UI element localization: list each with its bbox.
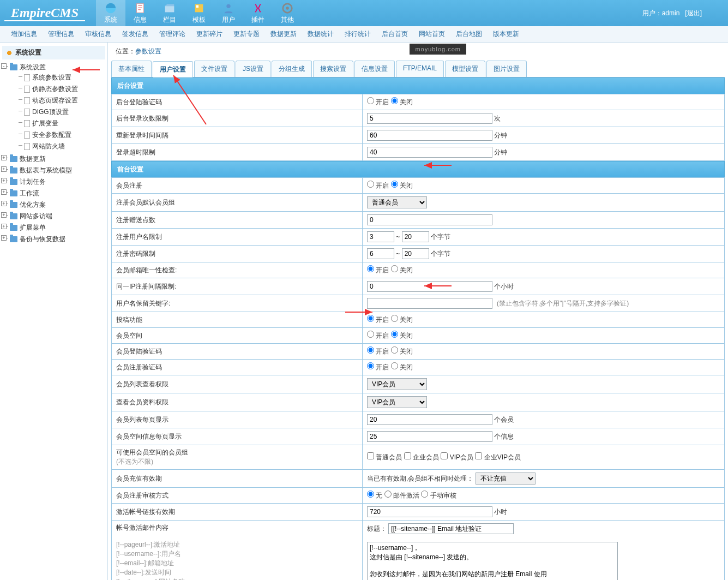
file-icon — [24, 74, 30, 81]
email-body-textarea[interactable] — [367, 542, 618, 580]
tree-folder[interactable]: 计划任务 — [20, 178, 46, 186]
tree-file[interactable]: 扩展变量 — [32, 119, 58, 127]
crumb-link[interactable]: 参数设置 — [135, 47, 161, 55]
audit-none[interactable] — [367, 491, 374, 498]
topmenu-column[interactable]: 栏目 — [155, 0, 184, 26]
tree-folder[interactable]: 系统设置 — [20, 63, 46, 71]
svg-rect-4 — [196, 5, 199, 8]
submenu-item[interactable]: 签发信息 — [117, 29, 154, 39]
login-captcha-on[interactable] — [367, 346, 374, 354]
tree-folder[interactable]: 数据表与系统模型 — [20, 166, 72, 174]
reg-captcha-off[interactable] — [391, 362, 398, 369]
list-perpage-input[interactable] — [367, 414, 492, 425]
tree-toggle[interactable]: + — [1, 201, 7, 206]
un-min-input[interactable] — [367, 231, 394, 242]
space-perpage-input[interactable] — [367, 431, 492, 442]
tree-file[interactable]: 伪静态参数设置 — [32, 85, 78, 93]
audit-email[interactable] — [384, 491, 392, 498]
tree-toggle[interactable]: + — [1, 155, 7, 160]
profile-perm-select[interactable]: VIP会员 — [367, 396, 427, 408]
tree-file[interactable]: 动态页缓存设置 — [32, 97, 78, 104]
tree-folder[interactable]: 工作流 — [20, 189, 39, 197]
tree-folder[interactable]: 优化方案 — [20, 201, 46, 208]
group-cb[interactable] — [441, 452, 448, 459]
submenu-item[interactable]: 管理评论 — [154, 29, 191, 39]
tree-toggle[interactable]: + — [1, 189, 7, 195]
submenu-item[interactable]: 增加信息 — [5, 29, 43, 39]
tree-folder[interactable]: 扩展菜单 — [20, 224, 46, 231]
submenu-item[interactable]: 管理信息 — [43, 29, 80, 39]
submenu-item[interactable]: 审核信息 — [80, 29, 117, 39]
group-cb[interactable] — [367, 452, 374, 459]
submenu-item[interactable]: 数据统计 — [302, 29, 339, 39]
pw-max-input[interactable] — [402, 248, 429, 259]
tab-basic[interactable]: 基本属性 — [111, 61, 152, 77]
tree-file-sys-params[interactable]: 系统参数设置 — [32, 74, 71, 81]
reg-off[interactable] — [391, 181, 398, 188]
space-off[interactable] — [391, 331, 398, 338]
submenu-item[interactable]: 后台地图 — [450, 29, 488, 39]
group-cb[interactable] — [404, 452, 411, 459]
submenu-item[interactable]: 后台首页 — [376, 29, 413, 39]
topmenu-info[interactable]: 信息 — [125, 0, 155, 26]
tab-js[interactable]: JS设置 — [236, 61, 270, 77]
submenu-item[interactable]: 更新专题 — [228, 29, 265, 39]
contribute-off[interactable] — [391, 315, 398, 322]
relogin-input[interactable] — [367, 130, 492, 141]
tree-folder[interactable]: 备份与恢复数据 — [20, 235, 65, 243]
tree-toggle[interactable]: + — [1, 212, 7, 218]
email-title-input[interactable] — [388, 523, 514, 534]
reg-on[interactable] — [367, 181, 374, 188]
tab-ftp[interactable]: FTP/EMAIL — [396, 61, 444, 77]
tab-image[interactable]: 图片设置 — [486, 61, 527, 77]
tab-file[interactable]: 文件设置 — [194, 61, 234, 77]
tree-folder[interactable]: 网站多访端 — [20, 212, 52, 220]
ip-limit-input[interactable] — [367, 281, 492, 292]
topmenu-user[interactable]: 用户 — [214, 0, 243, 26]
submenu-item[interactable]: 网站首页 — [413, 29, 450, 39]
reg-captcha-on[interactable] — [367, 362, 374, 369]
default-group-select[interactable]: 普通会员 — [367, 196, 427, 208]
tab-user[interactable]: 用户设置 — [153, 61, 193, 77]
submenu-item[interactable]: 更新碎片 — [191, 29, 228, 39]
backend-captcha-off[interactable] — [391, 97, 398, 104]
tree-file[interactable]: 网站防火墙 — [32, 142, 65, 150]
contribute-on[interactable] — [367, 315, 374, 322]
tab-info[interactable]: 信息设置 — [354, 61, 395, 77]
tab-model[interactable]: 模型设置 — [445, 61, 485, 77]
email-unique-off[interactable] — [391, 265, 398, 272]
submenu-item[interactable]: 版本更新 — [488, 29, 525, 39]
tree-toggle[interactable]: - — [1, 63, 7, 69]
topmenu-template[interactable]: 模板 — [184, 0, 214, 26]
tree-toggle[interactable]: + — [1, 235, 7, 241]
login-captcha-off[interactable] — [391, 346, 398, 354]
submenu-item[interactable]: 排行统计 — [339, 29, 376, 39]
timeout-input[interactable] — [367, 147, 492, 158]
tab-group[interactable]: 分组生成 — [272, 61, 312, 77]
backend-captcha-on[interactable] — [367, 97, 374, 104]
tree-file[interactable]: DIGG顶设置 — [32, 108, 69, 116]
group-cb[interactable] — [475, 452, 482, 459]
list-perm-select[interactable]: VIP会员 — [367, 378, 427, 390]
tree-toggle[interactable]: + — [1, 178, 7, 183]
submenu-item[interactable]: 数据更新 — [265, 29, 302, 39]
pw-min-input[interactable] — [367, 248, 394, 259]
reserved-input[interactable] — [367, 298, 492, 309]
un-max-input[interactable] — [402, 231, 429, 242]
email-unique-on[interactable] — [367, 265, 374, 272]
tree-toggle[interactable]: + — [1, 166, 7, 172]
tab-search[interactable]: 搜索设置 — [313, 61, 353, 77]
topmenu-other[interactable]: 其他 — [273, 0, 302, 26]
logout-link[interactable]: [退出] — [685, 9, 702, 17]
login-count-input[interactable] — [367, 113, 492, 124]
tree-toggle[interactable]: + — [1, 224, 7, 229]
audit-manual[interactable] — [421, 491, 428, 498]
activate-valid-input[interactable] — [367, 506, 492, 517]
topmenu-plugin[interactable]: 插件 — [243, 0, 273, 26]
tree-file[interactable]: 安全参数配置 — [32, 131, 71, 139]
recharge-select[interactable]: 不让充值 — [476, 473, 536, 485]
space-on[interactable] — [367, 331, 374, 338]
topmenu-system[interactable]: 系统 — [96, 0, 125, 26]
points-input[interactable] — [367, 214, 492, 225]
tree-folder[interactable]: 数据更新 — [20, 155, 46, 163]
